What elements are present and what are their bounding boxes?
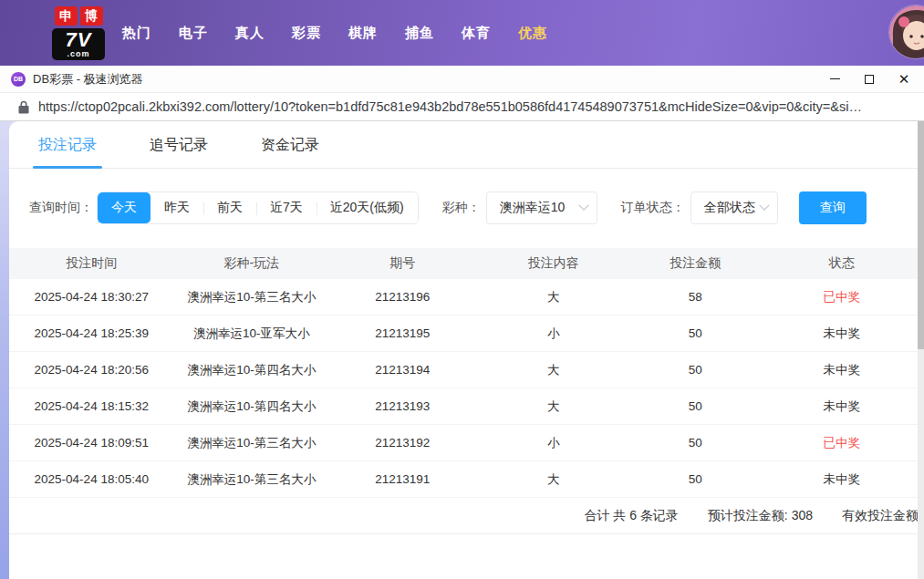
cell-bet-amount: 50 — [631, 363, 759, 377]
status-badge: 已中奖 — [759, 435, 924, 451]
maximize-icon — [865, 75, 874, 84]
status-badge: 未中奖 — [759, 471, 924, 488]
footer-total-count: 合计 共 6 条记录 — [584, 508, 678, 524]
cell-bet-amount: 58 — [631, 290, 759, 304]
browser-favicon: DB — [11, 72, 26, 87]
table-row[interactable]: 2025-04-24 18:09:51 澳洲幸运10-第三名大小 2121319… — [9, 425, 924, 461]
table-body: 2025-04-24 18:30:27 澳洲幸运10-第三名大小 2121319… — [9, 279, 924, 498]
chevron-down-icon — [578, 201, 588, 211]
tab[interactable]: 投注记录 — [33, 136, 102, 168]
time-range-option[interactable]: 昨天 — [151, 192, 203, 223]
close-button[interactable]: ✕ — [897, 72, 911, 87]
table-header-cell: 投注金额 — [631, 255, 759, 272]
minimize-icon — [830, 78, 840, 79]
cell-bet-content: 小 — [476, 326, 632, 342]
menu-item[interactable]: 捕鱼 — [405, 25, 434, 42]
footer-expected-amount: 预计投注金额: 308 — [708, 508, 813, 524]
records-panel: 投注记录追号记录资金记录 查询时间： 今天昨天前天近7天近20天(低频) 彩种：… — [9, 121, 924, 579]
menu-item[interactable]: 电子 — [179, 25, 208, 42]
table-header-cell: 状态 — [759, 255, 924, 272]
time-range-group: 今天昨天前天近7天近20天(低频) — [97, 191, 419, 224]
tab[interactable]: 追号记录 — [144, 136, 213, 168]
logo-main: 7V .com — [52, 28, 105, 60]
cell-issue-number: 21213193 — [329, 399, 475, 413]
chevron-down-icon — [759, 201, 769, 211]
table-header-cell: 期号 — [329, 255, 475, 272]
bet-records-table: 投注时间彩种-玩法期号投注内容投注金额状态 2025-04-24 18:30:2… — [9, 248, 924, 534]
lock-icon — [18, 100, 29, 114]
tab[interactable]: 资金记录 — [255, 136, 325, 168]
table-row[interactable]: 2025-04-24 18:05:40 澳洲幸运10-第三名大小 2121319… — [9, 461, 924, 498]
time-range-option[interactable]: 近20天(低频) — [317, 192, 418, 223]
lottery-filter-label: 彩种： — [442, 200, 481, 216]
cell-game-play: 澳洲幸运10-亚军大小 — [174, 326, 330, 342]
lottery-select[interactable]: 澳洲幸运10 — [486, 191, 597, 224]
record-tabs: 投注记录追号记录资金记录 — [9, 121, 924, 169]
minimize-button[interactable] — [827, 72, 842, 87]
address-bar[interactable]: https://ctop02pcali.2kbxi392.com/lottery… — [0, 92, 924, 121]
status-badge: 未中奖 — [759, 326, 924, 342]
cell-game-play: 澳洲幸运10-第四名大小 — [174, 362, 330, 378]
site-logo[interactable]: 申 博 7V .com — [52, 6, 105, 59]
cell-game-play: 澳洲幸运10-第四名大小 — [174, 398, 330, 415]
cell-bet-amount: 50 — [631, 472, 759, 486]
cell-game-play: 澳洲幸运10-第三名大小 — [174, 289, 330, 305]
status-badge: 已中奖 — [759, 289, 924, 305]
cell-bet-time: 2025-04-24 18:09:51 — [9, 436, 174, 450]
status-badge: 未中奖 — [759, 362, 924, 378]
user-avatar[interactable] — [888, 5, 924, 59]
status-filter-label: 订单状态： — [621, 200, 685, 216]
cell-bet-content: 大 — [476, 398, 632, 415]
menu-item[interactable]: 真人 — [235, 25, 265, 42]
table-header-cell: 投注时间 — [9, 255, 174, 272]
cell-bet-content: 大 — [476, 471, 632, 488]
menu-item[interactable]: 优惠 — [518, 25, 547, 42]
table-header-row: 投注时间彩种-玩法期号投注内容投注金额状态 — [9, 248, 924, 279]
search-button[interactable]: 查询 — [799, 191, 867, 224]
lottery-select-value: 澳洲幸运10 — [500, 200, 566, 216]
menu-item[interactable]: 体育 — [462, 25, 491, 42]
table-footer: 合计 共 6 条记录 预计投注金额: 308 有效投注金额 — [9, 498, 924, 534]
window-controls: ✕ — [827, 72, 915, 87]
order-status-select[interactable]: 全部状态 — [690, 191, 778, 224]
cell-game-play: 澳洲幸运10-第三名大小 — [174, 435, 330, 451]
logo-7v-text: 7V — [52, 30, 105, 50]
cell-bet-amount: 50 — [631, 436, 759, 450]
cell-issue-number: 21213194 — [329, 363, 475, 377]
table-header-cell: 投注内容 — [476, 255, 632, 272]
menu-item[interactable]: 热门 — [122, 25, 151, 42]
table-row[interactable]: 2025-04-24 18:25:39 澳洲幸运10-亚军大小 21213195… — [9, 315, 924, 352]
time-range-option[interactable]: 前天 — [203, 192, 256, 223]
window-title: DB彩票 - 极速浏览器 — [33, 71, 827, 88]
cell-game-play: 澳洲幸运10-第三名大小 — [174, 471, 330, 488]
footer-valid-amount: 有效投注金额 — [842, 508, 919, 524]
filter-bar: 查询时间： 今天昨天前天近7天近20天(低频) 彩种： 澳洲幸运10 订单状态：… — [9, 191, 924, 224]
menu-item[interactable]: 彩票 — [292, 25, 321, 42]
table-header-cell: 彩种-玩法 — [174, 255, 330, 272]
cell-bet-time: 2025-04-24 18:05:40 — [9, 472, 174, 486]
maximize-button[interactable] — [862, 72, 877, 87]
logo-badge-bo: 博 — [80, 6, 103, 26]
cell-bet-content: 大 — [476, 289, 632, 305]
browser-titlebar: DB DB彩票 - 极速浏览器 ✕ — [0, 66, 924, 92]
cell-bet-content: 大 — [476, 362, 632, 378]
table-row[interactable]: 2025-04-24 18:15:32 澳洲幸运10-第四名大小 2121319… — [9, 388, 924, 425]
cell-bet-time: 2025-04-24 18:25:39 — [9, 326, 174, 340]
url-text[interactable]: https://ctop02pcali.2kbxi392.com/lottery… — [38, 99, 862, 114]
scrollbar-thumb[interactable] — [918, 121, 924, 349]
table-row[interactable]: 2025-04-24 18:20:56 澳洲幸运10-第四名大小 2121319… — [9, 352, 924, 388]
table-row[interactable]: 2025-04-24 18:30:27 澳洲幸运10-第三名大小 2121319… — [9, 279, 924, 315]
time-range-option[interactable]: 今天 — [98, 192, 151, 223]
cell-issue-number: 21213192 — [329, 436, 475, 450]
time-filter-label: 查询时间： — [29, 200, 93, 216]
time-range-option[interactable]: 近7天 — [256, 192, 317, 223]
cell-bet-time: 2025-04-24 18:30:27 — [9, 290, 174, 304]
vertical-scrollbar[interactable] — [918, 121, 924, 579]
menu-item[interactable]: 棋牌 — [348, 25, 378, 42]
cell-bet-amount: 50 — [631, 326, 759, 340]
cell-bet-amount: 50 — [631, 399, 759, 413]
cell-bet-time: 2025-04-24 18:20:56 — [9, 363, 174, 377]
cell-issue-number: 21213196 — [329, 290, 475, 304]
cell-issue-number: 21213191 — [329, 472, 475, 486]
main-menu: 热门电子真人彩票棋牌捕鱼体育优惠 — [122, 25, 547, 42]
